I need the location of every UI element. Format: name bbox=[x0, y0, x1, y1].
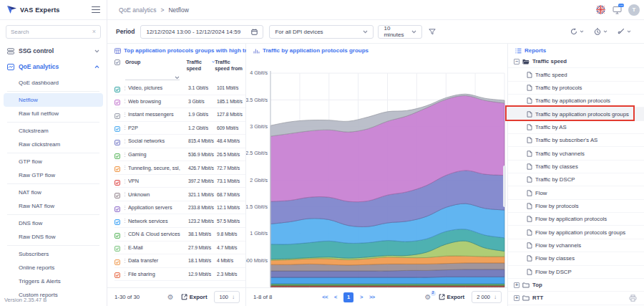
language-flag-icon[interactable] bbox=[596, 5, 605, 14]
drag-handle-icon[interactable]: ⋮ bbox=[122, 138, 128, 144]
clear-search-icon[interactable]: × bbox=[92, 29, 96, 35]
sidebar-item-raw-full-netflow[interactable]: Raw full netflow bbox=[0, 107, 107, 120]
report-item-flow[interactable]: Flow bbox=[508, 186, 644, 199]
table-row[interactable]: ⋮Gaming536.9 Mbit/s26.5 Mbit/s bbox=[114, 148, 245, 162]
filter-funnel-icon[interactable] bbox=[429, 29, 436, 35]
sidebar-item-online-reports[interactable]: Online reports bbox=[0, 261, 107, 274]
drag-handle-icon[interactable]: ⋮ bbox=[122, 98, 128, 104]
table-page-size-select[interactable]: 100 ↓ bbox=[214, 291, 240, 303]
page-last-button[interactable]: >> bbox=[369, 294, 375, 300]
report-item-traffic-by-classes[interactable]: Traffic by classes bbox=[508, 161, 644, 173]
report-item-flow-by-protocols[interactable]: Flow by protocols bbox=[508, 200, 644, 213]
row-checkbox[interactable] bbox=[114, 87, 120, 92]
row-checkbox[interactable] bbox=[114, 153, 120, 159]
report-item-traffic-by-subscriber-s-as[interactable]: Traffic by subscriber's AS bbox=[508, 134, 644, 147]
sidebar-search[interactable]: × bbox=[6, 25, 101, 39]
report-item-traffic-by-protocols[interactable]: Traffic by protocols bbox=[508, 82, 644, 95]
table-row[interactable]: ⋮Network services123.2 Mbit/s57.5 Mbit/s bbox=[114, 214, 245, 228]
refresh-menu[interactable] bbox=[570, 28, 584, 35]
table-row[interactable]: ⋮E-Mail27.9 Mbit/s4.7 Mbit/s bbox=[114, 242, 245, 255]
report-item-flow-by-vchannels[interactable]: Flow by vchannels bbox=[508, 239, 644, 252]
sidebar-item-raw-nat-flow[interactable]: Raw NAT flow bbox=[0, 199, 107, 213]
sidebar-item-raw-dns-flow[interactable]: Raw DNS flow bbox=[0, 230, 107, 244]
row-checkbox[interactable] bbox=[114, 246, 120, 252]
sidebar-item-qoe-dashboard[interactable]: QoE dashboard bbox=[0, 76, 107, 90]
stacked-area-chart[interactable]: 4 Gbit/s3.5 Gbit/s3 Gbit/s2.5 Gbit/s2 Gb… bbox=[246, 55, 508, 287]
report-item-flow-by-dscp[interactable]: Flow by DSCP bbox=[508, 266, 644, 279]
menu-hamburger-icon[interactable] bbox=[92, 6, 100, 14]
table-row[interactable]: ⋮Social networks815.4 Mbit/s48.4 Mbit/s bbox=[114, 135, 245, 148]
drag-handle-icon[interactable]: ⋮ bbox=[122, 152, 128, 158]
table-row[interactable]: ⋮Video, pictures3.1 Gbit/s101 Mbit/s bbox=[114, 82, 245, 95]
drag-handle-icon[interactable]: ⋮ bbox=[122, 271, 128, 277]
reports-folder-traffic-speed[interactable]: −Traffic speed bbox=[508, 55, 644, 68]
report-item-traffic-speed[interactable]: Traffic speed bbox=[508, 68, 644, 81]
row-checkbox[interactable] bbox=[114, 180, 120, 186]
chart-page-size-select[interactable]: 2 000 ↓ bbox=[472, 291, 502, 303]
reports-folder-top[interactable]: +Top bbox=[508, 279, 644, 292]
drag-handle-icon[interactable]: ⋮ bbox=[122, 85, 128, 91]
table-settings-gear-icon[interactable]: ⚙ bbox=[167, 294, 174, 301]
column-group[interactable]: Group bbox=[125, 59, 187, 65]
calendar-icon[interactable] bbox=[251, 29, 258, 35]
row-checkbox[interactable] bbox=[114, 233, 120, 239]
user-avatar[interactable]: T bbox=[628, 4, 640, 16]
row-checkbox[interactable] bbox=[114, 166, 120, 172]
expand-expander[interactable]: + bbox=[514, 282, 519, 288]
area-series-network-services[interactable] bbox=[270, 277, 504, 284]
row-checkbox[interactable] bbox=[114, 219, 120, 225]
search-input[interactable] bbox=[11, 29, 89, 35]
column-traffic-speed[interactable]: Traffic speed bbox=[186, 59, 215, 72]
drag-handle-icon[interactable]: ⋮ bbox=[122, 244, 128, 250]
report-item-traffic-by-dscp[interactable]: Traffic by DSCP bbox=[508, 173, 644, 186]
chart-export-button[interactable]: Export bbox=[439, 294, 465, 300]
sidebar-item-netflow[interactable]: Netflow bbox=[4, 93, 103, 107]
select-all-checkbox[interactable] bbox=[114, 59, 120, 65]
interval-select[interactable]: 10 minutes bbox=[378, 25, 422, 39]
drag-handle-icon[interactable]: ⋮ bbox=[122, 258, 128, 264]
report-item-traffic-by-application-protocols[interactable]: Traffic by application protocols bbox=[508, 95, 644, 107]
row-checkbox[interactable] bbox=[114, 259, 120, 265]
row-checkbox[interactable] bbox=[114, 206, 120, 212]
sidebar-item-raw-clickstream[interactable]: Raw clickstream bbox=[0, 138, 107, 151]
row-checkbox[interactable] bbox=[114, 126, 120, 132]
report-item-traffic-by-application-protocols-groups[interactable]: Traffic by application protocols groups bbox=[508, 107, 644, 120]
row-checkbox[interactable] bbox=[114, 100, 120, 105]
sidebar-item-nat-flow[interactable]: NAT flow bbox=[0, 186, 107, 199]
scrollbar-thumb[interactable] bbox=[503, 166, 506, 207]
reports-folder-rtt[interactable]: +RTT bbox=[508, 292, 644, 305]
column-traffic-speed-from[interactable]: Traffic speed from bbox=[215, 59, 244, 72]
drag-handle-icon[interactable]: ⋮ bbox=[122, 178, 128, 184]
drag-handle-icon[interactable]: ⋮ bbox=[122, 191, 128, 197]
sidebar-item-subscribers[interactable]: Subscribers bbox=[0, 247, 107, 261]
sidebar-item-raw-gtp-flow[interactable]: Raw GTP flow bbox=[0, 168, 107, 182]
table-row[interactable]: ⋮VPN397.2 Mbit/s73.1 Mbit/s bbox=[114, 175, 245, 188]
breadcrumb-parent[interactable]: QoE analytics bbox=[119, 6, 156, 14]
page-prev-button[interactable]: < bbox=[334, 294, 337, 300]
row-checkbox[interactable] bbox=[114, 193, 120, 199]
table-row[interactable]: ⋮File sharing12.9 Mbit/s2.3 Mbit/s bbox=[114, 268, 245, 282]
table-row[interactable]: ⋮Application servers233.8 Mbit/s12.1 Mbi… bbox=[114, 201, 245, 215]
table-row[interactable]: ⋮Web browsing3 Gbit/s185.1 Mbit/s bbox=[114, 95, 245, 109]
sidebar-item-qoe-analytics[interactable]: QoE analytics bbox=[0, 59, 107, 75]
table-row[interactable]: ⋮Instant messengers1.9 Gbit/s127.8 Mbit/… bbox=[114, 108, 245, 122]
table-row[interactable]: ⋮CDN & Cloud services38.1 Mbit/s9.8 Mbit… bbox=[114, 228, 245, 242]
drag-handle-icon[interactable]: ⋮ bbox=[122, 112, 128, 118]
sidebar-item-dns-flow[interactable]: DNS flow bbox=[0, 216, 107, 230]
drag-handle-icon[interactable]: ⋮ bbox=[122, 125, 128, 130]
display-sessions-icon[interactable] bbox=[612, 5, 622, 15]
page-next-button[interactable]: > bbox=[360, 294, 363, 300]
sidebar-item-ssg-control[interactable]: SSG control bbox=[0, 43, 107, 59]
drag-handle-icon[interactable]: ⋮ bbox=[122, 231, 128, 237]
drag-handle-icon[interactable]: ⋮ bbox=[122, 165, 128, 171]
row-checkbox[interactable] bbox=[114, 272, 120, 278]
period-range-input[interactable]: 12/12/2024 13:00 - 12/12/2024 14:59 bbox=[140, 25, 263, 39]
sidebar-item-gtp-flow[interactable]: GTP flow bbox=[0, 155, 107, 168]
printer-icon[interactable] bbox=[629, 295, 637, 302]
report-item-flow-by-application-protocols[interactable]: Flow by application protocols bbox=[508, 213, 644, 226]
drag-handle-icon[interactable]: ⋮ bbox=[122, 205, 128, 211]
report-item-flow-by-application-protocols-groups[interactable]: Flow by application protocols groups bbox=[508, 226, 644, 239]
table-export-button[interactable]: Export bbox=[181, 294, 208, 300]
expand-expander[interactable]: + bbox=[514, 295, 519, 301]
table-row[interactable]: ⋮Data transfer18.1 Mbit/s4 Mbit/s bbox=[114, 254, 245, 268]
